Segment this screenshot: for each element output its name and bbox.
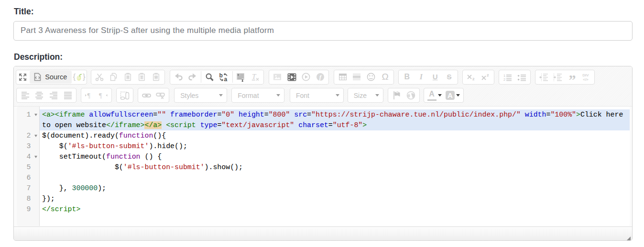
svg-text:a: a (224, 76, 228, 82)
svg-text:DIV: DIV (583, 73, 589, 77)
svg-text:</>: </> (583, 77, 589, 81)
svg-text:W: W (154, 75, 158, 79)
svg-text:2: 2 (487, 73, 489, 77)
svg-text:T: T (252, 73, 257, 80)
svg-text:b: b (219, 73, 223, 79)
svg-text:2: 2 (503, 77, 505, 81)
svg-text:¶: ¶ (87, 92, 90, 99)
svg-text:T: T (141, 75, 143, 80)
svg-text:¶: ¶ (99, 92, 102, 99)
svg-text:2: 2 (472, 77, 475, 81)
